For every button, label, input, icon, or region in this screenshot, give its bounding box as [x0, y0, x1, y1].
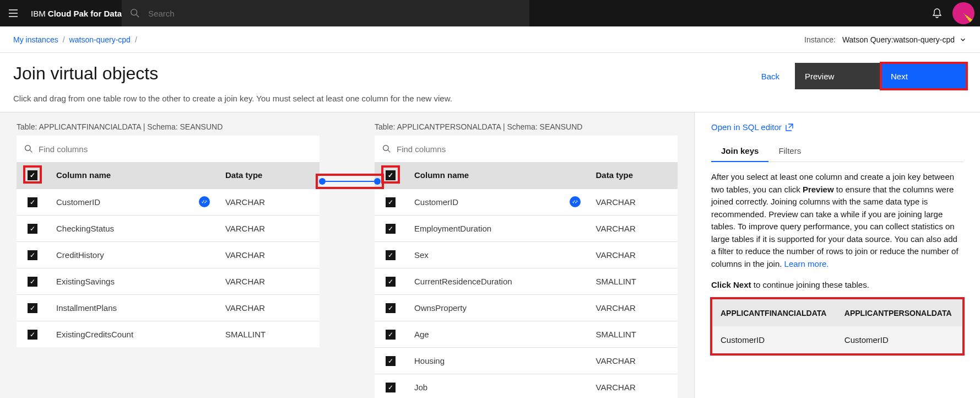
- row-checkbox[interactable]: ✓: [386, 303, 396, 313]
- instance-label: Instance:: [804, 35, 836, 44]
- global-search[interactable]: [122, 0, 529, 26]
- tab-filters[interactable]: Filters: [768, 141, 811, 162]
- table-row[interactable]: ✓OwnsPropertyVARCHAR: [375, 294, 678, 321]
- table2-select-all[interactable]: ✓: [386, 170, 396, 180]
- table2-search[interactable]: [375, 136, 678, 162]
- table-row[interactable]: ✓InstallmentPlansVARCHAR: [17, 294, 320, 321]
- data-type: VARCHAR: [588, 374, 678, 398]
- data-type: VARCHAR: [588, 294, 678, 321]
- column-name: CreditHistory: [56, 250, 104, 260]
- data-type: VARCHAR: [588, 241, 678, 268]
- row-checkbox[interactable]: ✓: [28, 224, 37, 234]
- link-icon: [199, 196, 210, 207]
- menu-icon[interactable]: [0, 8, 26, 19]
- help-text: After you select at least one column and…: [711, 171, 963, 270]
- table-row[interactable]: ✓ExistingSavingsVARCHAR: [17, 268, 320, 294]
- next-button[interactable]: Next: [881, 63, 967, 89]
- table-row[interactable]: ✓SexVARCHAR: [375, 241, 678, 268]
- tabs: Join keys Filters: [711, 141, 963, 162]
- col-header-type: Data type: [218, 162, 320, 189]
- column-name: CheckingStatus: [56, 224, 114, 233]
- launch-icon: [785, 123, 794, 132]
- chevron-down-icon: [959, 36, 967, 44]
- join-connector[interactable]: [317, 175, 383, 188]
- column-name: OwnsProperty: [414, 303, 467, 313]
- data-type: VARCHAR: [218, 189, 320, 215]
- table-row[interactable]: ✓ExistingCreditsCountSMALLINT: [17, 321, 320, 347]
- back-link[interactable]: Back: [746, 64, 795, 89]
- data-type: VARCHAR: [218, 294, 320, 321]
- row-checkbox[interactable]: ✓: [28, 330, 37, 340]
- table-row[interactable]: ✓HousingVARCHAR: [375, 347, 678, 374]
- column-name: ExistingSavings: [56, 277, 115, 286]
- join-keys-table: APPLICANTFINANCIALDATA APPLICANTPERSONAL…: [713, 300, 962, 353]
- table-row[interactable]: ✓EmploymentDurationVARCHAR: [375, 215, 678, 241]
- table-row[interactable]: ✓JobVARCHAR: [375, 374, 678, 398]
- col-header-name: Column name: [48, 162, 218, 189]
- col-header-type: Data type: [588, 162, 678, 189]
- search-input[interactable]: [148, 9, 529, 18]
- svg-point-2: [383, 146, 389, 151]
- data-type: VARCHAR: [218, 215, 320, 241]
- table-row[interactable]: ✓CurrentResidenceDurationSMALLINT: [375, 268, 678, 294]
- column-name: Sex: [414, 250, 429, 260]
- table2-header: Table: APPLICANTPERSONALDATA | Schema: S…: [375, 122, 678, 131]
- notifications-icon[interactable]: [924, 8, 950, 19]
- row-checkbox[interactable]: ✓: [386, 197, 396, 207]
- learn-more-link[interactable]: Learn more.: [784, 259, 829, 268]
- row-checkbox[interactable]: ✓: [28, 250, 37, 260]
- search-icon: [122, 8, 148, 18]
- avatar[interactable]: [952, 2, 974, 24]
- svg-point-1: [25, 146, 31, 151]
- data-type: VARCHAR: [588, 347, 678, 374]
- column-name: Housing: [414, 356, 445, 365]
- joinkeys-header-2: APPLICANTPERSONALDATA: [837, 300, 962, 326]
- cta-text: Click Next to continue joining these tab…: [711, 280, 963, 289]
- column-name: ExistingCreditsCount: [56, 330, 133, 339]
- data-type: VARCHAR: [588, 215, 678, 241]
- table1-search[interactable]: [17, 136, 320, 162]
- table-row[interactable]: ✓CustomerIDVARCHAR: [375, 189, 678, 215]
- search-icon: [24, 144, 33, 153]
- table-panel-2: Table: APPLICANTPERSONALDATA | Schema: S…: [375, 122, 678, 398]
- row-checkbox[interactable]: ✓: [28, 277, 37, 287]
- table-row[interactable]: ✓CheckingStatusVARCHAR: [17, 215, 320, 241]
- table-row[interactable]: ✓CreditHistoryVARCHAR: [17, 241, 320, 268]
- preview-button[interactable]: Preview: [795, 63, 881, 89]
- row-checkbox[interactable]: ✓: [386, 330, 396, 340]
- table1-search-input[interactable]: [39, 144, 312, 154]
- open-sql-editor-link[interactable]: Open in SQL editor: [711, 122, 794, 132]
- table2-search-input[interactable]: [397, 144, 670, 154]
- breadcrumb-instance[interactable]: watson-query-cpd: [69, 35, 131, 44]
- instance-selector[interactable]: Watson Query:watson-query-cpd: [842, 35, 967, 44]
- right-panel: Open in SQL editor Join keys Filters Aft…: [694, 112, 980, 398]
- row-checkbox[interactable]: ✓: [386, 383, 396, 392]
- table-row: CustomerID CustomerID: [713, 326, 962, 353]
- table-row[interactable]: ✓CustomerIDVARCHAR: [17, 189, 320, 215]
- column-name: CustomerID: [56, 197, 100, 207]
- page-subtitle: Click and drag from one table row to the…: [0, 94, 980, 112]
- breadcrumb-my-instances[interactable]: My instances: [13, 35, 58, 44]
- tab-join-keys[interactable]: Join keys: [711, 141, 768, 162]
- data-type: SMALLINT: [588, 321, 678, 347]
- table-panel-1: Table: APPLICANTFINANCIALDATA | Schema: …: [17, 122, 320, 398]
- table-row[interactable]: ✓AgeSMALLINT: [375, 321, 678, 347]
- brand: IBM Cloud Pak for Data: [31, 9, 122, 18]
- page-header: Join virtual objects Back Preview Next: [0, 53, 980, 94]
- row-checkbox[interactable]: ✓: [386, 356, 396, 366]
- data-type: VARCHAR: [218, 241, 320, 268]
- row-checkbox[interactable]: ✓: [386, 277, 396, 287]
- column-name: CustomerID: [414, 197, 458, 207]
- subheader: My instances / watson-query-cpd / Instan…: [0, 26, 980, 53]
- page-title: Join virtual objects: [13, 63, 158, 84]
- table1-select-all[interactable]: ✓: [28, 170, 37, 180]
- link-icon: [570, 196, 581, 207]
- row-checkbox[interactable]: ✓: [28, 197, 37, 207]
- column-name: EmploymentDuration: [414, 224, 491, 233]
- row-checkbox[interactable]: ✓: [386, 224, 396, 234]
- row-checkbox[interactable]: ✓: [386, 250, 396, 260]
- joinkeys-header-1: APPLICANTFINANCIALDATA: [713, 300, 837, 326]
- breadcrumb: My instances / watson-query-cpd /: [13, 35, 137, 44]
- row-checkbox[interactable]: ✓: [28, 303, 37, 313]
- search-icon: [382, 144, 391, 153]
